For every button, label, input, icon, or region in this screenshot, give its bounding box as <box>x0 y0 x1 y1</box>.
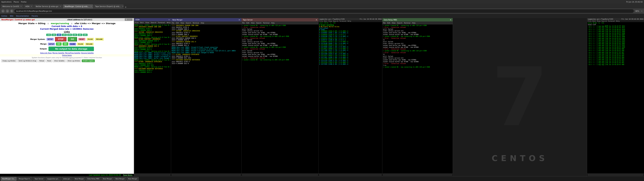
resume-button[interactable]: RESUME <box>95 38 104 40</box>
nm-menu-terminal[interactable]: Terminal <box>193 22 199 24</box>
nm-input[interactable] <box>172 174 241 176</box>
empty-log-button[interactable]: Empty Log Window <box>1 60 17 62</box>
link-btn-8[interactable]: aida <box>83 34 88 36</box>
link-btn-3[interactable]: aida <box>57 34 62 36</box>
reset-btn-bottom[interactable]: Reset <box>46 60 52 62</box>
link-btn-7[interactable]: aida <box>78 34 82 36</box>
link-btn-4[interactable]: aida <box>62 34 66 36</box>
os-places[interactable]: Places <box>14 1 19 3</box>
taskbar-item-npg[interactable]: npg@aidas-gsi... <box>46 177 61 181</box>
url-bar[interactable]: localhost:8115/NewMerger/NewMerger.tmi <box>14 9 634 13</box>
link-btn-2[interactable]: aida <box>52 34 56 36</box>
bookmark-star[interactable]: ☆ <box>641 10 643 12</box>
bookmark-centos[interactable]: Centos <box>1 15 7 17</box>
tape-input[interactable] <box>242 174 318 176</box>
enable-logging-button[interactable]: Enable Logging <box>82 60 95 62</box>
show-log-button[interactable]: Show Log Window <box>66 60 81 62</box>
merge-go2-button[interactable]: GO <box>62 42 68 46</box>
tab-netvar[interactable]: NetVar Service @ aidas-gsi ✕ <box>34 4 62 8</box>
merge-resume-button[interactable]: RESUME <box>85 43 94 46</box>
relay-close[interactable]: ✕ <box>450 19 451 21</box>
nm-menu-view[interactable]: View <box>180 22 184 24</box>
show-vars-button[interactable]: Show Variables <box>53 60 66 62</box>
aida-menu-file[interactable]: File <box>135 22 138 24</box>
relay-menu-edit[interactable]: Edit <box>387 22 390 24</box>
pause-button[interactable]: PAUSE <box>87 38 94 40</box>
merge-go-button[interactable]: GO <box>56 42 62 46</box>
taskbar-item-aidas[interactable]: aidas-gsi... <box>62 177 73 181</box>
merge-pause-button[interactable]: PAUSE <box>77 43 84 46</box>
tab-newmerger-close[interactable]: ✕ <box>90 6 92 7</box>
tab-centos[interactable]: Welcome to CentOS ✕ <box>1 4 23 8</box>
tab-aida[interactable]: AIDA ✕ <box>24 4 34 8</box>
tape-close[interactable]: ✕ <box>316 19 317 21</box>
tape-menu-edit[interactable]: Edit <box>246 22 249 24</box>
taskbar-item-new-merger-3[interactable]: New Merger <box>114 177 126 181</box>
aida-menu-help[interactable]: Help <box>167 22 170 24</box>
forward-button[interactable]: → <box>6 10 9 13</box>
online-items-link[interactable]: Online Items <box>62 54 72 56</box>
aida-menu-edit[interactable]: Edit <box>140 22 144 24</box>
tape-menu-file[interactable]: File <box>242 22 245 24</box>
relay-menu-help[interactable]: Help <box>412 22 416 24</box>
send-log-button[interactable]: Send Log Window to Ecap <box>18 60 38 62</box>
relay-input[interactable] <box>383 174 452 176</box>
go-button[interactable]: GO <box>68 37 77 42</box>
taskbar-item-data-relay[interactable]: Data Relay MBS <box>86 177 101 181</box>
data-link-trees[interactable]: Data Link Trees <box>40 52 52 54</box>
tape-menu-search[interactable]: Search <box>256 22 262 24</box>
merge-flow-link[interactable]: Merge/Flow Satellite <box>65 52 80 54</box>
bookmark-docs[interactable]: Documentation <box>16 15 29 17</box>
bookmark-forums[interactable]: Forums <box>32 15 38 17</box>
relay-menu-file[interactable]: File <box>383 22 386 24</box>
reload-button[interactable]: Reload <box>38 60 46 62</box>
tab-netvar-close[interactable]: ✕ <box>60 6 61 7</box>
taskbar-item-new-merger-2[interactable]: New Merger <box>101 177 113 181</box>
storage-satellite-link[interactable]: Storage Satellite <box>81 52 94 54</box>
tab-aida-close[interactable]: ✕ <box>31 6 32 7</box>
taskbar-item-new-merger-1[interactable]: New Merger <box>73 177 85 181</box>
tape-menu-terminal[interactable]: Terminal <box>263 22 270 24</box>
events-input[interactable] <box>319 174 382 176</box>
tab-centos-close[interactable]: ✕ <box>20 6 22 7</box>
stop-button[interactable]: STOP <box>55 37 66 42</box>
refresh-button[interactable]: ↻ <box>10 10 14 13</box>
link-btn-5[interactable]: aida <box>67 34 72 36</box>
nm-menu-search[interactable]: Search <box>186 22 191 24</box>
nm-menu-edit[interactable]: Edit <box>176 22 179 24</box>
aida-menu-view[interactable]: View <box>146 22 149 24</box>
tab-newmerger[interactable]: NewMerger: Control @ aids... ✕ <box>63 4 93 8</box>
tape-menu-help[interactable]: Help <box>271 22 275 24</box>
tape-menu-view[interactable]: View <box>251 22 254 24</box>
merge-setup-button[interactable]: SETUP <box>48 43 55 46</box>
bookmark-wiki[interactable]: Wiki <box>10 15 14 17</box>
link-btn-1[interactable]: aida <box>46 34 51 36</box>
relay-menu-search[interactable]: Search <box>397 22 402 24</box>
new-tab-button[interactable]: + <box>124 6 126 8</box>
relay-menu-terminal[interactable]: Terminal <box>404 22 410 24</box>
os-applications[interactable]: Applications <box>1 1 12 3</box>
taskbar-item-tape-server[interactable]: Tape Server <box>33 177 45 181</box>
aida-input[interactable] <box>135 174 170 176</box>
new-merger-close[interactable]: ✕ <box>239 19 240 21</box>
taskbar-item-merger-tape[interactable]: Merger/Tape H... <box>17 177 32 181</box>
merger-satellite-link[interactable]: Merger Satellite <box>52 52 64 54</box>
aida-close-btn[interactable]: ✕ <box>168 19 170 20</box>
relay-menu-view[interactable]: View <box>392 22 396 24</box>
taskbar-item-new-merger-4[interactable]: New Merger <box>126 177 139 181</box>
tab-tape[interactable]: Tape Service (Expert) @ aids... ✕ <box>94 4 124 8</box>
back-button[interactable]: ← <box>1 10 5 13</box>
taskbar-item-newmerger[interactable]: NewMerger: Co... <box>1 177 16 181</box>
setup-button[interactable]: SETUP <box>46 38 54 40</box>
aida-menu-terminal[interactable]: Terminal <box>158 22 165 24</box>
nm-menu-file[interactable]: File <box>172 22 174 24</box>
os-firefox[interactable]: Firefox <box>21 1 26 3</box>
merge-flow-button[interactable]: FLOW <box>69 43 76 46</box>
tab-tape-close[interactable]: ✕ <box>122 6 124 7</box>
reset-button[interactable]: RESET <box>78 38 85 40</box>
nm-menu-help[interactable]: Help <box>201 22 204 24</box>
page-notes-link[interactable]: Page Notes <box>123 174 132 176</box>
aida-menu-search[interactable]: Search <box>151 22 156 24</box>
files-input[interactable] <box>588 174 643 176</box>
link-btn-6[interactable]: aida <box>72 34 77 36</box>
